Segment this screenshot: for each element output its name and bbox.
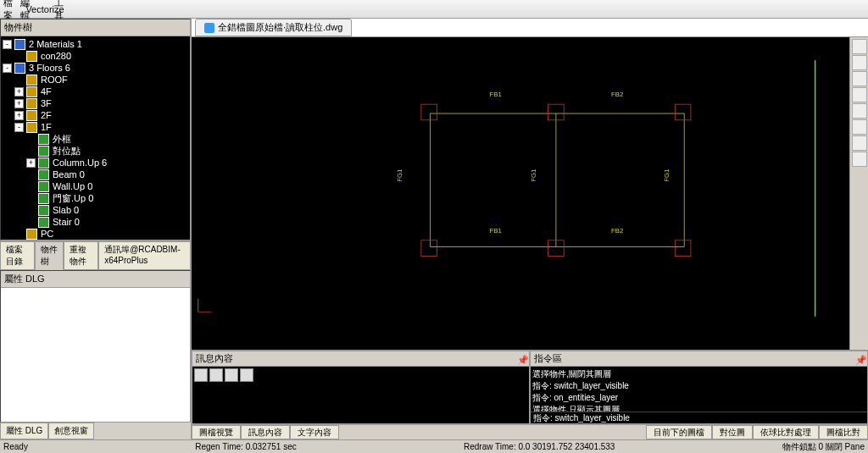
node-label: ROOF bbox=[41, 75, 68, 85]
node-icon bbox=[38, 205, 49, 216]
property-tabs: 屬性 DLG創意視窗 bbox=[0, 423, 191, 439]
main-toolbar: 檔案 編輯 Vectorize 工具 bbox=[0, 0, 868, 19]
tree-item[interactable]: +Column.Up 6 bbox=[3, 157, 188, 168]
tree-item[interactable]: PC bbox=[3, 228, 188, 240]
svg-text:FB2: FB2 bbox=[611, 227, 623, 235]
node-icon bbox=[26, 86, 37, 97]
tree-item[interactable]: Stair 0 bbox=[3, 216, 188, 228]
expand-icon[interactable]: - bbox=[3, 64, 12, 73]
tool-print-icon[interactable] bbox=[852, 152, 867, 167]
node-label: 3F bbox=[41, 98, 52, 108]
expand-icon[interactable]: - bbox=[14, 123, 24, 132]
cad-canvas[interactable]: FB1FB2FB1FB2FG1FG1FG1 bbox=[192, 37, 849, 350]
tree-title: 物件樹 bbox=[1, 19, 190, 36]
bottom-tab[interactable]: 依球比對處理 bbox=[753, 425, 819, 439]
bottom-tab[interactable]: 文字內容 bbox=[290, 425, 339, 439]
bottom-tab[interactable]: 圖檔視覽 bbox=[192, 425, 241, 439]
node-icon bbox=[38, 193, 49, 204]
node-label: 4F bbox=[41, 86, 52, 97]
msg-btn-4[interactable] bbox=[240, 368, 253, 382]
svg-text:FG1: FG1 bbox=[530, 169, 537, 182]
svg-text:FG1: FG1 bbox=[396, 169, 403, 182]
bottom-tab[interactable]: 目前下的圖檔 bbox=[646, 425, 712, 439]
left-tab[interactable]: 物件樹 bbox=[35, 241, 64, 270]
status-redraw: Redraw Time: 0.0 30191.752 23401.533 bbox=[464, 442, 615, 451]
svg-text:FB2: FB2 bbox=[611, 91, 623, 98]
tree-item[interactable]: +3F bbox=[3, 97, 188, 109]
node-label: 3 Floors 6 bbox=[29, 63, 70, 73]
command-line: 選擇物件,關閉其圖層 bbox=[532, 368, 865, 380]
tree-item[interactable]: +4F bbox=[3, 86, 188, 97]
tool-layers-icon[interactable] bbox=[852, 39, 867, 54]
pin-icon[interactable]: 📌 bbox=[517, 355, 526, 363]
left-tab[interactable]: 檔案目錄 bbox=[0, 241, 35, 270]
left-tab[interactable]: 通訊埠@RCADBIM-x64ProPlus bbox=[98, 241, 191, 270]
tree-item[interactable]: Beam 0 bbox=[3, 168, 188, 180]
status-snap: 物件鎖點 0 關閉 Pane bbox=[782, 441, 865, 453]
node-icon bbox=[38, 217, 49, 228]
message-title: 訊息內容 bbox=[196, 352, 233, 365]
tree-item[interactable]: -1F bbox=[3, 121, 188, 133]
tree-item[interactable]: -3 Floors 6 bbox=[3, 62, 188, 74]
bottom-tab[interactable]: 對位圖 bbox=[712, 425, 753, 439]
tree-item[interactable]: 對位點 bbox=[3, 145, 188, 157]
node-label: 門窗.Up 0 bbox=[53, 192, 93, 205]
tb-menu-3[interactable]: 工具 bbox=[54, 2, 70, 17]
pin-icon[interactable]: 📌 bbox=[855, 355, 864, 363]
right-toolbar bbox=[849, 37, 868, 350]
node-label: 2F bbox=[41, 110, 52, 120]
left-tab[interactable]: 重複物件 bbox=[64, 241, 98, 270]
tree-item[interactable]: -2 Materials 1 bbox=[3, 38, 188, 50]
tb-menu-2[interactable]: Vectorize bbox=[37, 2, 53, 17]
right-area: 全錯檔圖原始檔·讀取柱位.dwg FB1FB2FB1FB2FG1FG1FG1 訊… bbox=[192, 19, 868, 439]
node-label: 2 Materials 1 bbox=[29, 39, 82, 49]
status-ready: Ready bbox=[3, 442, 28, 451]
bottom-tabs: 圖檔視覽訊息內容文字內容 目前下的圖檔對位圖依球比對處理圖檔比對 bbox=[192, 424, 868, 439]
tool-measure-icon[interactable] bbox=[852, 87, 867, 102]
tree-item[interactable]: Wall.Up 0 bbox=[3, 180, 188, 192]
left-sidebar: 物件樹 -2 Materials 1con280-3 Floors 6ROOF+… bbox=[0, 19, 192, 439]
left-tabs: 檔案目錄物件樹重複物件通訊埠@RCADBIM-x64ProPlus bbox=[0, 240, 191, 270]
msg-btn-2[interactable] bbox=[209, 368, 223, 382]
expand-icon[interactable]: + bbox=[14, 111, 24, 120]
doc-tab-label: 全錯檔圖原始檔·讀取柱位.dwg bbox=[218, 21, 342, 34]
node-label: PC bbox=[41, 229, 53, 239]
command-title: 指令區 bbox=[534, 352, 562, 365]
expand-icon[interactable]: + bbox=[14, 87, 24, 97]
node-icon bbox=[26, 98, 37, 109]
tree-item[interactable]: 門窗.Up 0 bbox=[3, 192, 188, 204]
tool-snap-icon[interactable] bbox=[852, 119, 867, 135]
doc-tab-active[interactable]: 全錯檔圖原始檔·讀取柱位.dwg bbox=[195, 19, 352, 36]
command-input[interactable] bbox=[531, 412, 867, 423]
node-icon bbox=[38, 181, 49, 192]
tree-item[interactable]: Slab 0 bbox=[3, 204, 188, 216]
node-icon bbox=[14, 63, 25, 74]
node-icon bbox=[38, 146, 49, 157]
expand-icon[interactable]: - bbox=[3, 40, 12, 49]
node-label: 1F bbox=[41, 122, 52, 132]
bottom-tab[interactable]: 訊息內容 bbox=[241, 425, 290, 439]
command-line: 指令: on_entities_layer bbox=[532, 392, 865, 404]
msg-btn-3[interactable] bbox=[225, 368, 238, 382]
prop-tab[interactable]: 屬性 DLG bbox=[0, 423, 48, 439]
dwg-icon bbox=[204, 23, 214, 33]
expand-icon[interactable]: + bbox=[14, 99, 24, 108]
bottom-tab[interactable]: 圖檔比對 bbox=[819, 425, 868, 439]
tb-menu-0[interactable]: 檔案 bbox=[3, 2, 19, 17]
tree-item[interactable]: 外框 bbox=[3, 133, 188, 145]
node-label: 外框 bbox=[53, 133, 71, 146]
expand-icon[interactable]: + bbox=[26, 158, 36, 168]
prop-tab[interactable]: 創意視窗 bbox=[48, 423, 94, 439]
node-label: Wall.Up 0 bbox=[53, 181, 92, 191]
tree-item[interactable]: +2F bbox=[3, 109, 188, 121]
msg-btn-1[interactable] bbox=[194, 368, 208, 382]
tool-zoom-icon[interactable] bbox=[852, 55, 867, 70]
tool-pan-icon[interactable] bbox=[852, 71, 867, 86]
tool-grid-icon[interactable] bbox=[852, 135, 867, 151]
tree-item[interactable]: con280 bbox=[3, 50, 188, 62]
tree-item[interactable]: ROOF bbox=[3, 74, 188, 86]
node-label: Column.Up 6 bbox=[53, 157, 107, 168]
svg-text:FB1: FB1 bbox=[490, 91, 502, 98]
tool-select-icon[interactable] bbox=[852, 103, 867, 119]
node-icon bbox=[26, 122, 37, 133]
